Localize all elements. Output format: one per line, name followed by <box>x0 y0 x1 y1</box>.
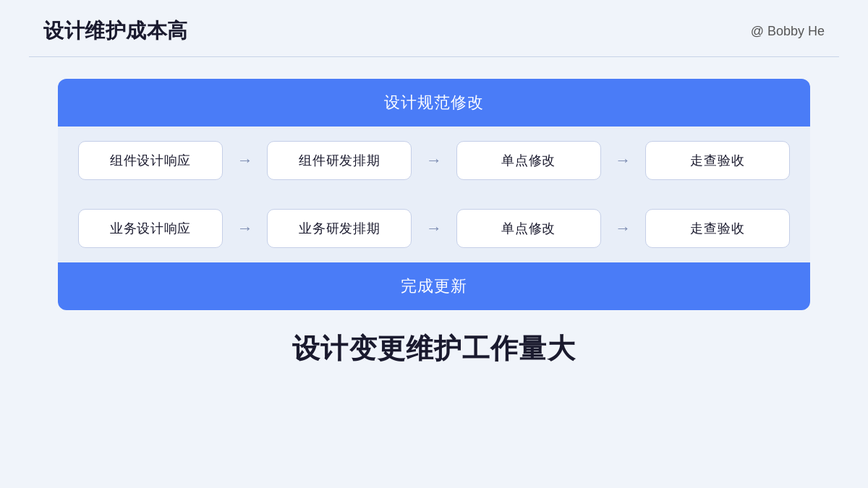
author-label: @ Bobby He <box>751 24 825 39</box>
flow-node-1-1: 组件设计响应 <box>78 141 223 180</box>
header: 设计维护成本高 @ Bobby He <box>0 0 868 56</box>
flow-row-1: 组件设计响应 → 组件研发排期 → 单点修改 → 走查验收 <box>58 127 810 194</box>
main-content: 设计规范修改 组件设计响应 → 组件研发排期 → 单点修改 → 走查验收 业务设… <box>0 57 868 488</box>
arrow-2-3: → <box>606 219 639 238</box>
bottom-banner: 完成更新 <box>58 262 810 310</box>
flow-node-1-4: 走查验收 <box>645 141 790 180</box>
flow-node-2-4: 走查验收 <box>645 209 790 248</box>
flow-node-1-2: 组件研发排期 <box>267 141 412 180</box>
arrow-1-3: → <box>606 151 639 170</box>
page-title: 设计维护成本高 <box>43 17 188 45</box>
top-banner: 设计规范修改 <box>58 79 810 127</box>
flow-node-1-3: 单点修改 <box>456 141 601 180</box>
page: 设计维护成本高 @ Bobby He 设计规范修改 组件设计响应 → 组件研发排… <box>0 0 868 488</box>
arrow-2-2: → <box>417 219 451 238</box>
diagram: 设计规范修改 组件设计响应 → 组件研发排期 → 单点修改 → 走查验收 业务设… <box>58 79 810 310</box>
arrow-1-2: → <box>417 151 451 170</box>
flow-row-2: 业务设计响应 → 业务研发排期 → 单点修改 → 走查验收 <box>58 194 810 262</box>
arrow-2-1: → <box>229 219 262 238</box>
flow-node-2-1: 业务设计响应 <box>78 209 223 248</box>
flow-node-2-2: 业务研发排期 <box>267 209 412 248</box>
flow-node-2-3: 单点修改 <box>456 209 601 248</box>
footer-text: 设计变更维护工作量大 <box>292 330 575 367</box>
arrow-1-1: → <box>229 151 262 170</box>
